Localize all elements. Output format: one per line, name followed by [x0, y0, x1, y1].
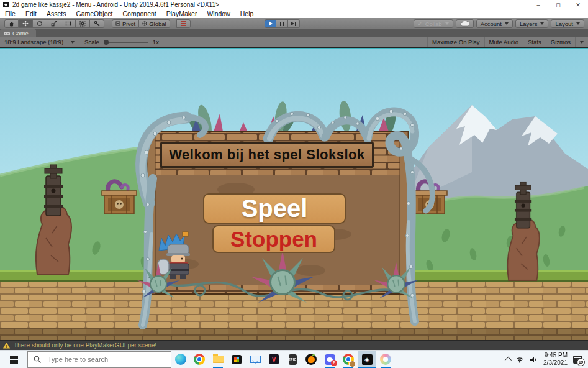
- menu-edit[interactable]: Edit: [20, 10, 42, 17]
- layout-dropdown[interactable]: Layout: [551, 19, 584, 28]
- transform-tool-icon[interactable]: [76, 19, 90, 28]
- tab-strip: Game: [0, 29, 588, 37]
- close-button[interactable]: ✕: [568, 0, 588, 9]
- taskbar-chrome[interactable]: [190, 351, 209, 368]
- chevron-down-icon: [540, 22, 544, 25]
- taskbar-file-explorer[interactable]: [209, 351, 227, 368]
- menu-assets[interactable]: Assets: [42, 10, 71, 17]
- scale-label: Scale: [84, 39, 99, 45]
- clock-date: 2/3/2021: [543, 359, 568, 367]
- taskbar-chrome-profile[interactable]: [339, 351, 358, 368]
- scale-value: 1x: [153, 39, 159, 45]
- chevron-down-icon: [580, 41, 584, 44]
- taskbar-search[interactable]: [27, 351, 171, 368]
- file-explorer-icon: [213, 356, 224, 363]
- stats-toggle[interactable]: Stats: [523, 37, 546, 47]
- taskbar-valorant[interactable]: V: [265, 351, 283, 368]
- collab-dropdown[interactable]: ✔ Collab: [414, 19, 453, 28]
- tool-buttons: [4, 19, 104, 28]
- valorant-icon: V: [269, 354, 279, 364]
- clock-time: 9:45 PM: [543, 352, 568, 359]
- taskbar-clock[interactable]: 9:45 PM 2/3/2021: [543, 352, 568, 367]
- wifi-icon[interactable]: [515, 356, 524, 363]
- taskbar: V EPIC 2 ◈ 9:45 PM 2/3/2021 19: [0, 350, 588, 368]
- playmaker-icon[interactable]: [176, 19, 191, 28]
- globe-icon: [142, 21, 147, 26]
- rect-tool-icon[interactable]: [61, 19, 76, 28]
- stoppen-button[interactable]: Stoppen: [212, 225, 335, 253]
- mute-audio-toggle[interactable]: Mute Audio: [484, 37, 523, 47]
- paint3d-icon: [380, 354, 391, 365]
- fl-studio-icon: [305, 354, 317, 365]
- scale-tool-icon[interactable]: [47, 19, 61, 28]
- gizmos-dropdown[interactable]: Gizmos: [546, 37, 575, 47]
- taskbar-fl-studio[interactable]: [302, 351, 320, 368]
- tab-game[interactable]: Game: [0, 29, 36, 37]
- pivot-toggle[interactable]: Pivot: [112, 19, 139, 28]
- pause-button[interactable]: [276, 19, 288, 28]
- rotate-tool-icon[interactable]: [33, 19, 47, 28]
- scale-slider-knob[interactable]: [104, 40, 109, 45]
- menu-component[interactable]: Component: [117, 10, 161, 17]
- play-controls: [265, 19, 300, 28]
- taskbar-unity-active[interactable]: ◈: [358, 351, 376, 368]
- microsoft-store-icon: [232, 355, 242, 364]
- check-icon: ✔: [418, 21, 422, 27]
- pivot-global-group: Pivot Global: [112, 19, 170, 28]
- unity-icon: ◈: [362, 354, 373, 365]
- status-bar[interactable]: There should only be one PlayMakerGUI pe…: [0, 340, 588, 350]
- chevron-down-icon: [505, 22, 509, 25]
- unity-toolbar: Pivot Global ✔ Collab Account Layers Lay…: [0, 18, 588, 30]
- edge-icon: [175, 354, 186, 365]
- taskbar-mail[interactable]: [246, 351, 265, 368]
- playmaker-tool-group: [176, 19, 191, 28]
- play-button[interactable]: [265, 19, 276, 28]
- custom-tool-icon[interactable]: [90, 19, 104, 28]
- volume-icon[interactable]: [530, 356, 538, 363]
- system-tray: 9:45 PM 2/3/2021 19: [505, 352, 588, 367]
- layers-dropdown[interactable]: Layers: [515, 19, 549, 28]
- window-title: 2d game like kassje2 - Menu - Android - …: [12, 1, 219, 8]
- discord-badge: 2: [331, 360, 337, 366]
- taskbar-edge[interactable]: [171, 351, 190, 368]
- scale-slider[interactable]: [104, 42, 148, 43]
- play-icon: [269, 21, 273, 26]
- tray-expand-icon[interactable]: [505, 357, 512, 364]
- action-center-icon[interactable]: 19: [573, 356, 582, 364]
- cloud-button[interactable]: [456, 19, 474, 28]
- step-icon: [291, 22, 296, 26]
- minimize-button[interactable]: –: [528, 0, 548, 9]
- menu-help[interactable]: Help: [235, 10, 259, 17]
- taskbar-epic-games[interactable]: EPIC: [283, 351, 302, 368]
- notification-count: 19: [577, 358, 585, 366]
- taskbar-paint3d[interactable]: [376, 351, 395, 368]
- hand-tool-icon[interactable]: [4, 19, 19, 28]
- taskbar-microsoft-store[interactable]: [227, 351, 246, 368]
- mail-icon: [250, 356, 261, 363]
- game-toolbar-right: Maximize On Play Mute Audio Stats Gizmos: [427, 37, 588, 47]
- gizmos-caret[interactable]: [575, 37, 588, 47]
- title-bar: 2d game like kassje2 - Menu - Android - …: [0, 0, 588, 9]
- cloud-icon: [460, 21, 469, 27]
- step-button[interactable]: [288, 19, 300, 28]
- maximize-button[interactable]: ◻: [548, 0, 568, 9]
- start-button[interactable]: [0, 351, 27, 368]
- game-view: ,: [0, 48, 588, 340]
- maximize-on-play-toggle[interactable]: Maximize On Play: [427, 37, 484, 47]
- menu-gameobject[interactable]: GameObject: [71, 10, 118, 17]
- taskbar-discord[interactable]: 2: [320, 351, 339, 368]
- speel-button[interactable]: Speel: [203, 193, 346, 224]
- menu-file[interactable]: File: [0, 10, 20, 17]
- menu-window[interactable]: Window: [202, 10, 235, 17]
- aspect-ratio-dropdown[interactable]: 18:9 Landscape (18:9): [0, 37, 79, 47]
- window-controls: – ◻ ✕: [528, 0, 588, 9]
- menu-playmaker[interactable]: PlayMaker: [161, 10, 202, 17]
- discord-icon: 2: [325, 354, 335, 365]
- search-input[interactable]: [47, 355, 155, 364]
- move-tool-icon[interactable]: [19, 19, 33, 28]
- unity-app-icon: [3, 2, 9, 7]
- account-dropdown[interactable]: Account: [476, 19, 513, 28]
- global-toggle[interactable]: Global: [139, 19, 170, 28]
- chevron-down-icon: [445, 22, 449, 25]
- epic-games-icon: EPIC: [289, 354, 297, 365]
